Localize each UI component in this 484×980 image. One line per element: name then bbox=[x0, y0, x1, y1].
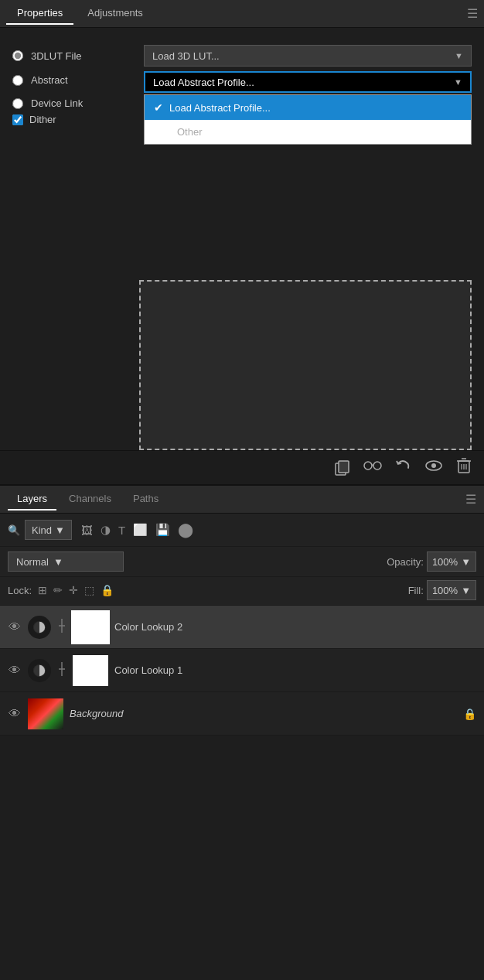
radio-device-link[interactable]: Device Link bbox=[12, 97, 136, 109]
checkbox-dither-label: Dither bbox=[29, 114, 56, 125]
popup-item-load-abstract[interactable]: ✔ Load Abstract Profile... bbox=[145, 95, 471, 120]
lut-dropdown[interactable]: Load 3D LUT... ▼ bbox=[144, 45, 472, 67]
layer-eye-background[interactable]: 👁 bbox=[8, 707, 22, 721]
properties-panel: Properties Adjustments ☰ 3DLUT File Load… bbox=[0, 0, 484, 484]
layer-adj-icon-color-lookup-1 bbox=[28, 659, 51, 682]
layer-eye-color-lookup-1[interactable]: 👁 bbox=[8, 664, 22, 678]
lut-dropdown-value: Load 3D LUT... bbox=[152, 50, 220, 62]
blending-mode-dropdown[interactable]: Normal ▼ bbox=[8, 551, 124, 572]
layer-row-background[interactable]: 👁 Background 🔒 bbox=[0, 692, 484, 736]
opacity-chevron: ▼ bbox=[461, 556, 471, 568]
lut-dropdown-chevron: ▼ bbox=[455, 51, 463, 60]
tab-channels[interactable]: Channels bbox=[60, 488, 121, 510]
search-icon: 🔍 bbox=[8, 524, 20, 536]
preview-area bbox=[139, 280, 472, 450]
delete-icon[interactable] bbox=[456, 457, 472, 478]
svg-point-3 bbox=[373, 462, 381, 470]
tab-properties[interactable]: Properties bbox=[6, 2, 73, 25]
layer-row-color-lookup-1[interactable]: 👁 Color Lookup 1 bbox=[0, 649, 484, 692]
layer-eye-color-lookup-2[interactable]: 👁 bbox=[8, 620, 22, 634]
checkbox-dither[interactable]: Dither bbox=[12, 114, 136, 125]
undo-icon[interactable] bbox=[394, 457, 411, 478]
fill-chevron: ▼ bbox=[461, 585, 471, 596]
copy-layer-icon[interactable] bbox=[334, 459, 351, 476]
filter-image-icon[interactable]: 🖼 bbox=[81, 524, 93, 537]
blending-mode-chevron: ▼ bbox=[53, 556, 63, 568]
layer-thumb-color-lookup-1 bbox=[73, 655, 108, 686]
kind-filter-dropdown[interactable]: Kind ▼ bbox=[25, 520, 72, 540]
popup-item-other-label: Other bbox=[177, 126, 203, 138]
tab-layers[interactable]: Layers bbox=[8, 488, 56, 510]
layer-lock-background: 🔒 bbox=[463, 708, 476, 720]
layers-tab-bar: Layers Channels Paths ☰ bbox=[0, 486, 484, 514]
lock-label: Lock: bbox=[8, 585, 32, 596]
radio-abstract-label: Abstract bbox=[31, 74, 68, 86]
layer-link-icon-color-lookup-2 bbox=[57, 619, 66, 635]
abstract-dropdown[interactable]: Load Abstract Profile... ▼ bbox=[144, 71, 472, 93]
filter-artboard-icon[interactable]: 💾 bbox=[155, 523, 170, 537]
svg-point-5 bbox=[431, 463, 436, 468]
radio-3dlut-label: 3DLUT File bbox=[31, 50, 82, 62]
tab-bar: Properties Adjustments ☰ bbox=[0, 0, 484, 28]
fill-value-btn[interactable]: 100% ▼ bbox=[427, 580, 476, 600]
lock-transparency-icon[interactable]: ⊞ bbox=[38, 584, 47, 596]
filter-type-icon[interactable]: T bbox=[118, 524, 125, 537]
tab-paths[interactable]: Paths bbox=[124, 488, 168, 510]
filter-row: 🔍 Kind ▼ 🖼 ◑ T ⬜ 💾 ⬤ bbox=[0, 514, 484, 547]
filter-adjustment-icon[interactable]: ◑ bbox=[101, 523, 111, 537]
layer-link-icon-color-lookup-1 bbox=[57, 662, 66, 678]
layer-name-background: Background bbox=[70, 708, 457, 719]
opacity-value: 100% bbox=[432, 556, 458, 568]
layer-name-color-lookup-1: Color Lookup 1 bbox=[114, 664, 476, 676]
layer-name-color-lookup-2: Color Lookup 2 bbox=[114, 621, 476, 633]
lock-artboard-icon[interactable]: ⬚ bbox=[84, 584, 94, 596]
popup-item-other[interactable]: Other bbox=[145, 120, 471, 144]
opacity-value-btn[interactable]: 100% ▼ bbox=[427, 551, 476, 572]
filter-shape-icon[interactable]: ⬜ bbox=[133, 523, 148, 537]
layer-row-color-lookup-2[interactable]: 👁 Color Lookup 2 bbox=[0, 606, 484, 649]
tab-adjustments[interactable]: Adjustments bbox=[77, 2, 154, 25]
layer-thumb-background bbox=[28, 698, 63, 729]
filter-smart-icon[interactable]: ⬤ bbox=[178, 521, 193, 538]
lock-paint-icon[interactable]: ✏ bbox=[53, 584, 63, 596]
layers-panel-menu[interactable]: ☰ bbox=[465, 492, 476, 507]
lock-move-icon[interactable]: ✛ bbox=[69, 584, 78, 596]
abstract-dropdown-chevron: ▼ bbox=[454, 77, 462, 87]
blending-mode-label: Normal bbox=[16, 556, 49, 568]
lock-all-icon[interactable]: 🔒 bbox=[101, 584, 114, 596]
radio-abstract[interactable]: Abstract bbox=[12, 71, 136, 86]
abstract-dropdown-value: Load Abstract Profile... bbox=[153, 77, 254, 88]
kind-filter-label: Kind bbox=[32, 524, 52, 536]
lock-row: Lock: ⊞ ✏ ✛ ⬚ 🔒 Fill: 100% ▼ bbox=[0, 577, 484, 606]
svg-point-2 bbox=[364, 462, 372, 470]
visibility-icon[interactable] bbox=[424, 457, 444, 478]
svg-rect-1 bbox=[339, 461, 349, 473]
panel-menu-icon[interactable]: ☰ bbox=[467, 6, 478, 21]
blending-row: Normal ▼ Opacity: 100% ▼ bbox=[0, 547, 484, 577]
abstract-dropdown-popup: ✔ Load Abstract Profile... Other bbox=[144, 94, 472, 145]
layers-panel: Layers Channels Paths ☰ 🔍 Kind ▼ 🖼 ◑ T ⬜… bbox=[0, 484, 484, 736]
fill-label: Fill: bbox=[408, 585, 424, 596]
fill-value: 100% bbox=[432, 585, 458, 596]
layer-adj-icon-color-lookup-2 bbox=[28, 616, 51, 639]
checkmark-icon: ✔ bbox=[154, 101, 163, 114]
mask-link-icon[interactable] bbox=[363, 457, 382, 478]
opacity-label: Opacity: bbox=[387, 556, 424, 568]
layer-thumb-color-lookup-2 bbox=[73, 612, 108, 643]
radio-device-link-label: Device Link bbox=[31, 97, 83, 109]
popup-item-load-abstract-label: Load Abstract Profile... bbox=[169, 102, 271, 114]
bottom-toolbar bbox=[0, 450, 484, 484]
radio-3dlut[interactable]: 3DLUT File bbox=[12, 50, 136, 62]
kind-filter-chevron: ▼ bbox=[55, 524, 65, 536]
